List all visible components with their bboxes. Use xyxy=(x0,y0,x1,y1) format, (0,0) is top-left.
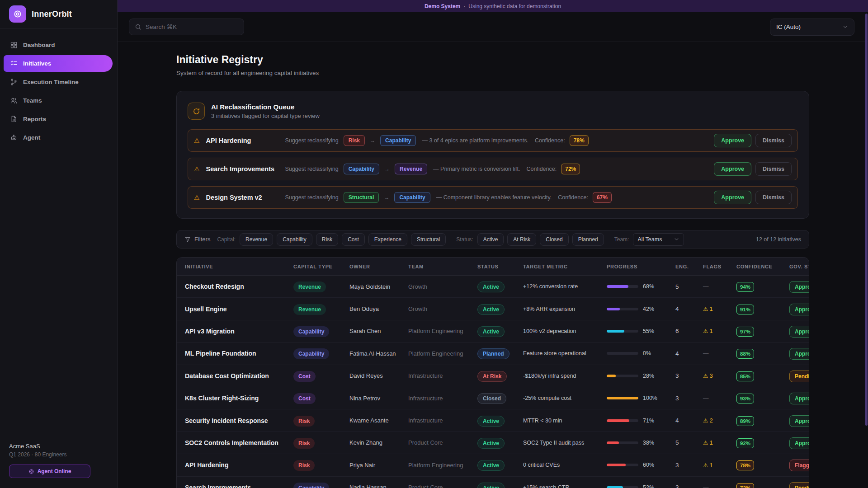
approve-button[interactable]: Approve xyxy=(714,191,751,204)
confidence-badge: 88% xyxy=(736,349,754,359)
sidebar-item-label: Agent xyxy=(23,134,40,141)
progress-fill xyxy=(607,285,628,288)
progress-value: 71% xyxy=(643,418,654,424)
team-name: Platform Engineering xyxy=(408,350,477,357)
team-select[interactable]: All Teams xyxy=(633,233,684,246)
filter-pill-capital-experience[interactable]: Experience xyxy=(368,233,407,246)
sidebar-item-teams[interactable]: Teams xyxy=(4,92,113,109)
progress-track xyxy=(607,397,638,399)
sidebar-item-label: Initiatives xyxy=(23,60,51,67)
table-row[interactable]: Checkout Redesign Revenue Maya Goldstein… xyxy=(177,276,809,298)
governance-status-badge: Pending xyxy=(789,482,809,488)
capital-type-to-badge: Capability xyxy=(394,192,430,203)
flags-cell: — xyxy=(703,484,736,488)
engineer-count: 5 xyxy=(675,439,703,446)
table-header-row: INITIATIVECAPITAL TYPEOWNERTEAMSTATUSTAR… xyxy=(177,258,809,276)
approve-button[interactable]: Approve xyxy=(714,162,751,176)
sidebar-item-execution-timeline[interactable]: Execution Timeline xyxy=(4,74,113,90)
search-input[interactable] xyxy=(146,23,236,30)
chevron-down-icon xyxy=(674,236,679,242)
warning-icon: ⚠ xyxy=(194,165,200,173)
main-area: Demo System · Using synthetic data for d… xyxy=(118,0,868,488)
dismiss-button[interactable]: Dismiss xyxy=(755,134,792,147)
engineer-count: 3 xyxy=(675,395,703,402)
column-header: STATUS xyxy=(477,264,523,269)
governance-status-badge: Approved xyxy=(789,281,809,293)
sidebar-item-label: Dashboard xyxy=(23,42,55,48)
filter-pill-status-at-risk[interactable]: At Risk xyxy=(507,233,536,246)
filter-pill-status-active[interactable]: Active xyxy=(477,233,504,246)
column-header: INITIATIVE xyxy=(185,264,293,269)
arrow-right-icon: → xyxy=(384,194,389,201)
target-metric: +12% conversion rate xyxy=(523,283,607,290)
status-filter-label: Status: xyxy=(456,236,473,243)
target-metric: 0 critical CVEs xyxy=(523,462,607,468)
flags-cell: ⚠ 1 xyxy=(703,439,736,446)
filter-pill-capital-structural[interactable]: Structural xyxy=(411,233,446,246)
target-metric: 100% v2 deprecation xyxy=(523,328,607,334)
queue-item-name: API Hardening xyxy=(206,137,285,144)
target-metric: +8% ARR expansion xyxy=(523,306,607,312)
agent-online-button[interactable]: Agent Online xyxy=(9,465,90,478)
initiative-name: Search Improvements xyxy=(185,484,293,488)
capital-type-badge: Capability xyxy=(293,326,329,337)
confidence-label: Confidence: xyxy=(526,166,557,172)
capital-type-badge: Capability xyxy=(293,483,329,488)
table-row[interactable]: Database Cost Optimization Cost David Re… xyxy=(177,365,809,387)
dismiss-button[interactable]: Dismiss xyxy=(755,162,792,176)
sidebar-item-agent[interactable]: Agent xyxy=(4,129,113,146)
content: Initiative Registry System of record for… xyxy=(176,42,809,488)
filter-pill-status-closed[interactable]: Closed xyxy=(540,233,568,246)
confidence-badge: 67% xyxy=(593,192,612,203)
table-row[interactable]: ML Pipeline Foundation Capability Fatima… xyxy=(177,343,809,365)
governance-status-badge: Approved xyxy=(789,326,809,338)
scrollbar-thumb[interactable] xyxy=(865,14,868,426)
initiative-name: SOC2 Controls Implementation xyxy=(185,439,293,446)
search-box[interactable] xyxy=(129,19,244,35)
table-row[interactable]: Security Incident Response Risk Kwame As… xyxy=(177,409,809,432)
progress-track xyxy=(607,464,638,466)
filter-pill-capital-cost[interactable]: Cost xyxy=(342,233,365,246)
progress-value: 28% xyxy=(643,373,654,379)
engineer-count: 4 xyxy=(675,305,703,312)
sidebar-item-reports[interactable]: Reports xyxy=(4,111,113,127)
queue-header: AI Reclassification Queue 3 initiatives … xyxy=(188,103,798,120)
queue-suggest-text: Suggest reclassifying xyxy=(285,194,339,201)
status-badge: Active xyxy=(477,438,505,449)
flags-cell: ⚠ 1 xyxy=(703,462,736,469)
table-row[interactable]: Upsell Engine Revenue Ben Oduya Growth A… xyxy=(177,298,809,320)
progress-fill xyxy=(607,330,624,333)
table-row[interactable]: K8s Cluster Right-Sizing Cost Nina Petro… xyxy=(177,387,809,409)
queue-item: ⚠ Search Improvements Suggest reclassify… xyxy=(188,158,798,180)
demo-banner: Demo System · Using synthetic data for d… xyxy=(118,0,868,12)
filter-pill-capital-risk[interactable]: Risk xyxy=(316,233,338,246)
filter-pill-capital-revenue[interactable]: Revenue xyxy=(240,233,273,246)
progress-track xyxy=(607,308,638,310)
table-body: Checkout Redesign Revenue Maya Goldstein… xyxy=(177,276,809,488)
sidebar-nav: Dashboard Initiatives Execution Timeline… xyxy=(0,28,117,435)
queue-item: ⚠ Design System v2 Suggest reclassifying… xyxy=(188,186,798,209)
queue-title: AI Reclassification Queue xyxy=(211,103,320,111)
table-row[interactable]: SOC2 Controls Implementation Risk Kevin … xyxy=(177,432,809,454)
filter-pill-capital-capability[interactable]: Capability xyxy=(277,233,312,246)
progress-cell: 60% xyxy=(607,462,675,468)
approve-button[interactable]: Approve xyxy=(714,134,751,147)
sidebar-item-dashboard[interactable]: Dashboard xyxy=(4,37,113,53)
table-row[interactable]: API Hardening Risk Priya Nair Platform E… xyxy=(177,454,809,476)
confidence-badge: 91% xyxy=(736,305,754,314)
table-row[interactable]: Search Improvements Capability Nadia Has… xyxy=(177,477,809,488)
dismiss-button[interactable]: Dismiss xyxy=(755,191,792,204)
progress-cell: 28% xyxy=(607,373,675,379)
app-root: InnerOrbit Dashboard Initiatives Executi… xyxy=(0,0,868,488)
filter-pill-status-planned[interactable]: Planned xyxy=(572,233,604,246)
capital-type-badge: Capability xyxy=(293,348,329,359)
initiative-name: API v3 Migration xyxy=(185,328,293,335)
progress-track xyxy=(607,419,638,422)
timeline-branch-icon xyxy=(10,78,18,86)
owner-name: Maya Goldstein xyxy=(349,283,408,290)
confidence-badge: 72% xyxy=(561,164,580,174)
sidebar-item-initiatives[interactable]: Initiatives xyxy=(4,55,113,72)
table-row[interactable]: API v3 Migration Capability Sarah Chen P… xyxy=(177,320,809,343)
profile-mode-select[interactable]: IC (Auto) xyxy=(770,19,854,36)
progress-value: 55% xyxy=(643,328,654,334)
